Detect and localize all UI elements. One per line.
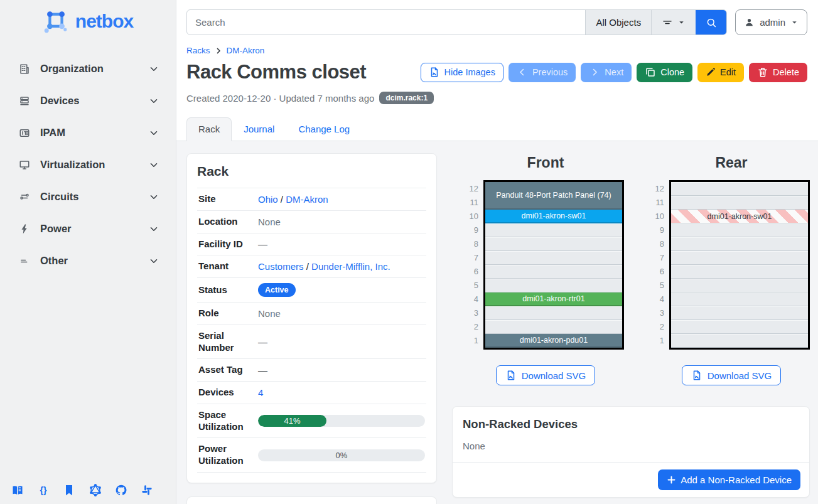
rack-unit-empty[interactable] xyxy=(671,196,808,210)
unit-number: 1 xyxy=(467,334,478,348)
rack-body: 121110987654321dmi01-akron-sw01 xyxy=(653,180,810,350)
ipam-icon xyxy=(19,127,30,139)
bookmark-icon[interactable] xyxy=(63,484,75,496)
search-scope-button[interactable]: All Objects xyxy=(585,10,651,35)
hide-images-button[interactable]: Hide Images xyxy=(421,63,503,82)
value-link-dm-akron[interactable]: DM-Akron xyxy=(286,194,328,205)
tab-journal[interactable]: Journal xyxy=(232,117,286,141)
rack-unit-empty[interactable] xyxy=(485,223,622,237)
info-row-asset-tag: Asset Tag— xyxy=(197,359,426,382)
info-label: Devices xyxy=(198,387,258,399)
rack-device-panduit-48-port-patch-panel-74[interactable]: Panduit 48-Port Patch Panel (74) xyxy=(485,182,622,210)
unit-number: 10 xyxy=(653,210,664,223)
sidebar-nav: OrganizationDevicesIPAMVirtualizationCir… xyxy=(0,53,176,277)
sidebar-item-virtualization[interactable]: Virtualization xyxy=(0,149,176,181)
info-value: None xyxy=(258,308,425,319)
info-row-status: StatusActive xyxy=(197,278,426,303)
sidebar-item-organization[interactable]: Organization xyxy=(0,53,176,85)
value-link[interactable]: 4 xyxy=(258,387,263,398)
value-link-ohio[interactable]: Ohio xyxy=(258,194,278,205)
rack-elevations: Front121110987654321Panduit 48-Port Patc… xyxy=(452,153,810,385)
tab-change-log[interactable]: Change Log xyxy=(286,117,362,141)
unit-number: 5 xyxy=(653,279,664,292)
chevron-down-icon xyxy=(148,255,159,267)
chevron-left-icon xyxy=(517,67,528,78)
tab-rack[interactable]: Rack xyxy=(186,117,232,141)
slack-icon[interactable] xyxy=(141,484,153,496)
object-id-badge: dcim.rack:1 xyxy=(379,92,434,104)
netbox-logo[interactable]: netbox xyxy=(0,0,176,35)
info-value: Active xyxy=(258,283,425,297)
rack-device-dmi01-akron-rtr01[interactable]: dmi01-akron-rtr01 xyxy=(485,292,622,306)
rack-unit-empty[interactable] xyxy=(485,306,622,320)
breadcrumb-link-dm-akron[interactable]: DM-Akron xyxy=(227,46,265,55)
download-svg-button-rear[interactable]: Download SVG xyxy=(682,365,782,385)
clone-button[interactable]: Clone xyxy=(637,63,692,82)
github-icon[interactable] xyxy=(115,484,127,496)
rack-frame: dmi01-akron-sw01 xyxy=(669,180,810,350)
object-meta: Created 2020-12-20 · Updated 7 months ag… xyxy=(176,92,818,104)
sidebar-item-other[interactable]: Other xyxy=(0,245,176,277)
rack-unit-empty[interactable] xyxy=(671,265,808,279)
circuit-icon xyxy=(19,191,30,203)
sidebar-item-label: Organization xyxy=(40,63,104,75)
previous-button[interactable]: Previous xyxy=(509,63,576,82)
chevron-down-icon xyxy=(148,95,159,107)
unit-numbers: 121110987654321 xyxy=(653,180,664,350)
person-icon xyxy=(744,17,755,28)
search-filter-button[interactable] xyxy=(651,10,696,35)
rack-unit-empty[interactable] xyxy=(671,279,808,292)
sidebar-item-label: IPAM xyxy=(40,127,65,139)
file-image-icon xyxy=(429,67,440,78)
book-icon[interactable] xyxy=(11,484,24,496)
code-braces-icon[interactable]: {} xyxy=(37,484,50,496)
chevron-down-icon xyxy=(148,223,159,235)
rack-unit-empty[interactable] xyxy=(671,306,808,320)
rack-unit-empty[interactable] xyxy=(485,237,622,251)
rack-unit-empty[interactable] xyxy=(671,237,808,251)
netbox-logo-icon xyxy=(43,9,69,34)
delete-button[interactable]: Delete xyxy=(749,63,807,82)
search-submit-button[interactable] xyxy=(696,10,726,35)
rack-device-dmi01-akron-pdu01[interactable]: dmi01-akron-pdu01 xyxy=(485,334,622,348)
rack-unit-empty[interactable] xyxy=(485,265,622,279)
sidebar-item-devices[interactable]: Devices xyxy=(0,85,176,117)
rack-unit-empty[interactable] xyxy=(671,182,808,196)
rack-unit-empty[interactable] xyxy=(671,334,808,348)
rack-unit-empty[interactable] xyxy=(671,320,808,334)
search-icon xyxy=(706,17,717,28)
info-row-site: SiteOhio / DM-Akron xyxy=(197,188,426,211)
search-input[interactable] xyxy=(187,10,585,35)
elevation-title: Rear xyxy=(715,154,747,171)
info-value: Customers / Dunder-Mifflin, Inc. xyxy=(258,261,425,272)
value-link-dunder-mifflin-inc[interactable]: Dunder-Mifflin, Inc. xyxy=(311,261,390,272)
rack-unit-empty[interactable] xyxy=(485,251,622,265)
svg-text:{}: {} xyxy=(40,485,48,495)
unit-number: 5 xyxy=(467,279,478,292)
user-menu-button[interactable]: admin xyxy=(735,9,807,35)
sidebar: netbox OrganizationDevicesIPAMVirtualiza… xyxy=(0,0,176,504)
sidebar-item-ipam[interactable]: IPAM xyxy=(0,117,176,149)
download-svg-button-front[interactable]: Download SVG xyxy=(496,365,596,385)
rack-unit-empty[interactable] xyxy=(671,223,808,237)
next-button[interactable]: Next xyxy=(581,63,632,82)
breadcrumb-link-racks[interactable]: Racks xyxy=(186,46,210,55)
download-svg-label: Download SVG xyxy=(708,370,772,381)
search-scope-label: All Objects xyxy=(596,17,641,28)
breadcrumb-chevron-icon xyxy=(215,47,222,55)
search-group: All Objects xyxy=(186,9,727,35)
value-link-customers[interactable]: Customers xyxy=(258,261,304,272)
sidebar-item-circuits[interactable]: Circuits xyxy=(0,181,176,213)
sidebar-item-label: Circuits xyxy=(40,191,78,203)
rack-unit-empty[interactable] xyxy=(485,279,622,292)
graphql-icon[interactable] xyxy=(89,484,102,496)
add-non-racked-device-button[interactable]: Add a Non-Racked Device xyxy=(658,469,800,490)
rack-device-dmi01-akron-sw01[interactable]: dmi01-akron-sw01 xyxy=(485,210,622,223)
sidebar-item-power[interactable]: Power xyxy=(0,213,176,245)
info-label: Space Utilization xyxy=(198,409,258,433)
rack-unit-empty[interactable] xyxy=(671,292,808,306)
rack-unit-empty[interactable] xyxy=(671,251,808,265)
rack-unit-empty[interactable] xyxy=(485,320,622,334)
rack-device-dmi01-akron-sw01[interactable]: dmi01-akron-sw01 xyxy=(671,210,808,223)
edit-button[interactable]: Edit xyxy=(697,63,744,82)
